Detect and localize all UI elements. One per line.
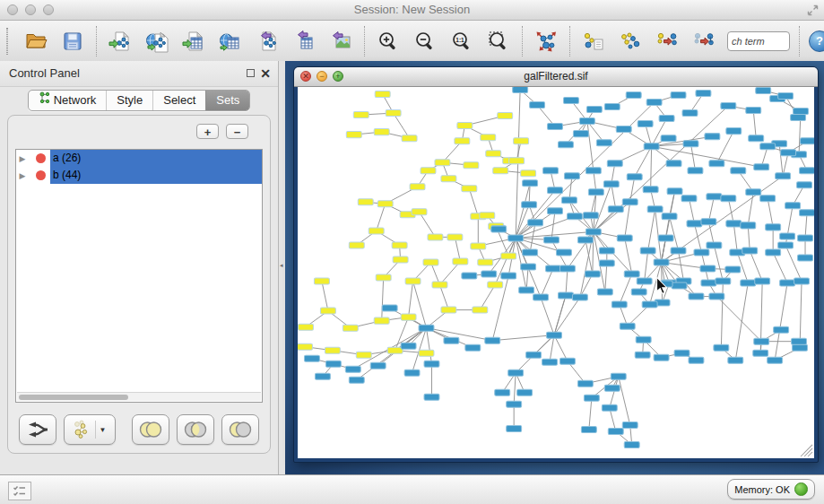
graph-node[interactable]: [345, 366, 360, 372]
close-panel-icon[interactable]: ✕: [260, 65, 271, 82]
horizontal-scrollbar[interactable]: [17, 392, 261, 401]
graph-node[interactable]: [514, 138, 529, 144]
graph-node[interactable]: [507, 425, 522, 431]
remove-set-button[interactable]: −: [226, 124, 248, 139]
graph-node[interactable]: [588, 189, 603, 196]
graph-node[interactable]: [682, 110, 698, 117]
graph-node[interactable]: [624, 271, 639, 277]
graph-node[interactable]: [521, 170, 536, 177]
graph-node[interactable]: [583, 213, 598, 219]
graph-node[interactable]: [528, 220, 543, 226]
graph-node[interactable]: [597, 289, 612, 295]
graph-node[interactable]: [435, 160, 450, 166]
graph-node[interactable]: [637, 278, 652, 284]
graph-node[interactable]: [716, 278, 731, 284]
graph-node[interactable]: [746, 108, 761, 114]
graph-node[interactable]: [522, 202, 537, 208]
graph-node[interactable]: [523, 249, 538, 256]
graph-node[interactable]: [778, 242, 794, 248]
graph-node[interactable]: [441, 307, 456, 313]
graph-node[interactable]: [714, 344, 729, 351]
graph-node[interactable]: [558, 142, 573, 148]
graph-node[interactable]: [501, 273, 516, 279]
graph-node[interactable]: [382, 305, 397, 311]
graph-node[interactable]: [622, 421, 638, 428]
graph-node[interactable]: [707, 242, 722, 248]
dropdown-caret-icon[interactable]: ▼: [100, 426, 107, 434]
graph-node[interactable]: [602, 404, 617, 411]
graph-node[interactable]: [801, 138, 814, 144]
search-input[interactable]: [727, 31, 790, 51]
network-view-window[interactable]: ✕ − + galFiltered.sif: [293, 66, 819, 463]
difference-button[interactable]: [221, 414, 259, 445]
graph-node[interactable]: [546, 265, 561, 272]
graph-node[interactable]: [768, 357, 783, 363]
graph-node[interactable]: [701, 219, 716, 225]
network-canvas[interactable]: [298, 87, 814, 458]
graph-node[interactable]: [780, 233, 795, 239]
graph-node[interactable]: [393, 256, 408, 263]
graph-node[interactable]: [375, 91, 390, 98]
graph-node[interactable]: [731, 168, 746, 174]
graph-node[interactable]: [530, 102, 545, 109]
graph-node[interactable]: [462, 273, 477, 279]
add-set-button[interactable]: +: [196, 124, 219, 139]
graph-node[interactable]: [584, 395, 599, 401]
graph-node[interactable]: [563, 98, 578, 104]
graph-node[interactable]: [455, 138, 470, 144]
split-sets-button[interactable]: [19, 414, 56, 445]
graph-node[interactable]: [794, 109, 809, 115]
graph-node[interactable]: [642, 301, 657, 308]
graph-node[interactable]: [508, 369, 524, 376]
graph-node[interactable]: [558, 292, 573, 299]
graph-node[interactable]: [586, 107, 602, 113]
graph-node[interactable]: [622, 199, 638, 205]
graph-node[interactable]: [774, 326, 789, 333]
graph-node[interactable]: [421, 168, 436, 174]
graph-node[interactable]: [741, 222, 756, 229]
graph-node[interactable]: [705, 134, 720, 140]
graph-node[interactable]: [694, 249, 709, 256]
graph-node[interactable]: [671, 92, 686, 99]
graph-node[interactable]: [471, 243, 486, 249]
union-button[interactable]: [132, 414, 169, 445]
zoom-selected-button[interactable]: [485, 28, 512, 55]
graph-node[interactable]: [491, 226, 507, 232]
graph-node[interactable]: [659, 116, 674, 122]
graph-node[interactable]: [462, 186, 477, 192]
graph-node[interactable]: [797, 182, 812, 188]
graph-node[interactable]: [608, 206, 623, 213]
graph-node[interactable]: [701, 280, 716, 286]
graph-node[interactable]: [405, 278, 421, 284]
graph-node[interactable]: [521, 264, 536, 270]
graph-node[interactable]: [559, 358, 575, 364]
graph-node[interactable]: [419, 325, 434, 331]
graph-node[interactable]: [585, 271, 600, 277]
graph-node[interactable]: [298, 343, 312, 350]
graph-node[interactable]: [627, 174, 642, 180]
graph-node[interactable]: [349, 242, 364, 248]
memory-status-button[interactable]: Memory: OK: [727, 479, 815, 500]
graph-node[interactable]: [617, 235, 632, 241]
graph-node[interactable]: [320, 308, 335, 314]
graph-node[interactable]: [453, 258, 468, 265]
graph-node[interactable]: [567, 213, 582, 220]
graph-node[interactable]: [666, 161, 681, 167]
graph-node[interactable]: [616, 126, 631, 133]
graph-node[interactable]: [793, 344, 808, 351]
graph-node[interactable]: [709, 161, 724, 167]
graph-node[interactable]: [447, 234, 463, 240]
graph-node[interactable]: [556, 249, 571, 256]
expand-triangle-icon[interactable]: ▶: [16, 154, 29, 163]
apply-layout-button[interactable]: [533, 28, 559, 55]
panel-divider[interactable]: ◂: [279, 61, 285, 475]
graph-node[interactable]: [683, 141, 698, 147]
graph-node[interactable]: [749, 135, 764, 142]
graph-node[interactable]: [636, 336, 651, 343]
graph-node[interactable]: [688, 168, 703, 174]
graph-node[interactable]: [401, 314, 416, 320]
graph-node[interactable]: [780, 280, 795, 286]
zoom-in-button[interactable]: [375, 28, 402, 55]
graph-node[interactable]: [374, 129, 389, 135]
graph-node[interactable]: [794, 278, 810, 284]
